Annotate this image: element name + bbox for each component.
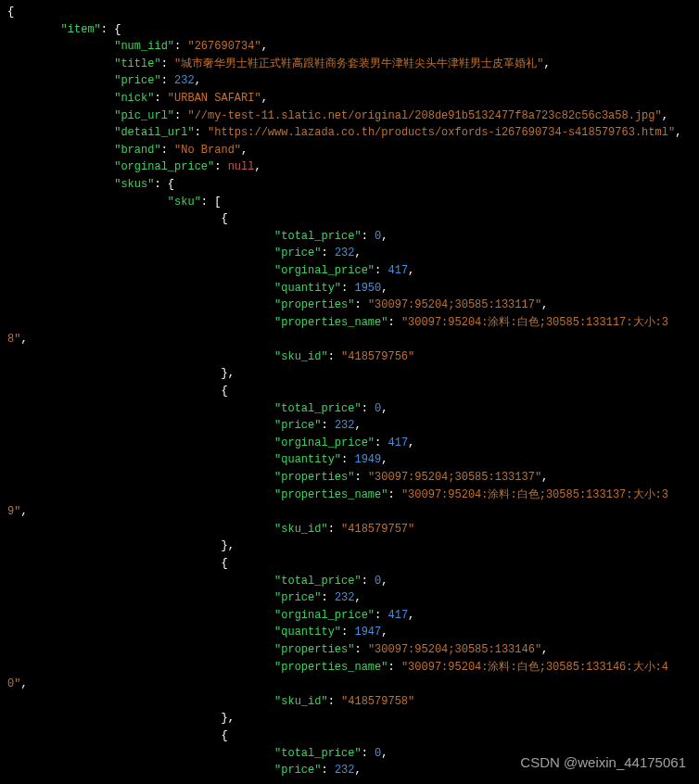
- json-token-brace: {: [221, 729, 227, 742]
- json-token-colon: :: [354, 643, 367, 656]
- json-token-key: "total_price": [274, 747, 362, 760]
- json-token-comma: ,: [20, 333, 27, 346]
- json-token-brace: {: [114, 23, 121, 36]
- json-token-colon: :: [375, 609, 388, 622]
- json-token-comma: ,: [541, 298, 548, 311]
- json-token-colon: :: [161, 74, 174, 87]
- json-token-str: 9": [7, 505, 20, 518]
- json-token-key: "price": [274, 764, 321, 777]
- json-token-key: "orginal_price": [274, 436, 375, 449]
- json-token-colon: :: [362, 230, 375, 243]
- json-line: "orginal_price": 417,: [7, 262, 692, 280]
- json-line: "title": "城市奢华男士鞋正式鞋高跟鞋商务套装男牛津鞋尖头牛津鞋男士皮革…: [7, 56, 692, 73]
- json-token-comma: ,: [354, 591, 361, 604]
- json-line: {: [7, 4, 692, 21]
- json-line: "price": 232,: [7, 589, 692, 607]
- json-line: "sku_id": "418579758": [7, 693, 692, 711]
- json-line: "item": {: [7, 21, 692, 39]
- json-token-str: "30097:95204:涂料:白色;30585:133137:大小:3: [401, 488, 668, 501]
- json-token-colon: :: [321, 247, 334, 259]
- json-token-key: "sku": [168, 196, 201, 209]
- json-token-comma: ,: [195, 74, 201, 87]
- json-token-brace: }: [221, 712, 227, 725]
- json-token-colon: :: [195, 126, 208, 139]
- json-token-str: "267690734": [187, 40, 261, 53]
- json-token-comma: ,: [381, 282, 388, 295]
- json-token-key: "price": [274, 247, 321, 259]
- json-token-colon: :: [375, 264, 388, 277]
- json-token-comma: ,: [662, 109, 668, 122]
- json-token-str: "30097:95204;30585:133137": [368, 471, 541, 484]
- json-token-str: "418579756": [341, 350, 414, 363]
- json-token-colon: :: [161, 57, 174, 70]
- json-token-key: "num_iid": [114, 40, 174, 53]
- json-token-comma: ,: [228, 539, 235, 552]
- json-line: "properties": "30097:95204;30585:133137"…: [7, 469, 692, 487]
- json-token-brace: }: [221, 539, 227, 552]
- json-token-num: 232: [174, 74, 195, 87]
- json-token-comma: ,: [228, 712, 235, 725]
- json-line: "total_price": 0,: [7, 400, 692, 418]
- json-token-num: 232: [335, 247, 355, 259]
- json-token-key: "orginal_price": [274, 264, 375, 277]
- json-token-colon: :: [388, 316, 400, 329]
- json-token-num: 1950: [354, 282, 381, 295]
- json-line: "quantity": 1947,: [7, 624, 692, 641]
- json-token-comma: ,: [381, 747, 388, 760]
- json-line: "sku_id": "418579756": [7, 348, 692, 366]
- json-token-colon: :: [341, 453, 354, 466]
- json-token-key: "properties_name": [274, 488, 388, 501]
- json-token-colon: :: [388, 661, 400, 674]
- json-token-comma: ,: [254, 160, 261, 173]
- json-line: "pic_url": "//my-test-11.slatic.net/orig…: [7, 107, 692, 125]
- json-token-str: "418579757": [341, 523, 414, 536]
- json-token-key: "price": [274, 419, 321, 432]
- json-token-comma: ,: [261, 40, 268, 53]
- json-line: "price": 232,: [7, 417, 692, 435]
- json-line: "detail_url": "https://www.lazada.co.th/…: [7, 124, 692, 142]
- json-token-num: 232: [335, 591, 355, 604]
- json-token-colon: :: [328, 695, 341, 708]
- json-token-key: "properties": [274, 471, 354, 484]
- json-token-brace: {: [7, 6, 14, 19]
- json-token-key: "skus": [114, 178, 154, 191]
- json-line: "properties_name": "30097:95204:涂料:白色;30…: [7, 659, 692, 677]
- json-token-num: 417: [388, 264, 408, 277]
- json-token-key: "total_price": [274, 402, 362, 415]
- json-token-key: "orginal_price": [274, 609, 375, 622]
- json-token-colon: :: [375, 436, 388, 449]
- json-line: "brand": "No Brand",: [7, 142, 692, 159]
- json-line: "skus": {: [7, 176, 692, 194]
- json-token-brace: {: [168, 178, 174, 191]
- json-token-colon: :: [328, 523, 341, 536]
- json-token-str: "URBAN SAFARI": [168, 92, 261, 105]
- json-viewer: { "item": { "num_iid": "267690734", "tit…: [7, 4, 692, 779]
- json-token-str: "30097:95204;30585:133146": [368, 643, 541, 656]
- json-line: "orginal_price": 417,: [7, 435, 692, 452]
- json-line: "quantity": 1950,: [7, 280, 692, 297]
- json-line: {: [7, 727, 692, 745]
- json-token-brace: {: [221, 385, 227, 398]
- json-token-key: "sku_id": [274, 695, 328, 708]
- json-token-str: "30097:95204:涂料:白色;30585:133146:大小:4: [401, 661, 668, 674]
- json-line: {: [7, 555, 692, 573]
- json-token-comma: ,: [381, 626, 388, 639]
- json-token-comma: ,: [261, 92, 268, 105]
- json-token-comma: ,: [228, 367, 235, 380]
- json-token-key: "properties": [274, 643, 354, 656]
- json-token-str: "418579758": [341, 695, 414, 708]
- json-token-bracket: [: [214, 196, 221, 209]
- json-line: "properties": "30097:95204;30585:133146"…: [7, 641, 692, 659]
- json-token-key: "total_price": [274, 230, 362, 243]
- json-line: "properties_name": "30097:95204:涂料:白色;30…: [7, 487, 692, 504]
- json-token-comma: ,: [241, 144, 248, 157]
- json-line: "orginal_price": 417,: [7, 607, 692, 625]
- json-token-comma: ,: [408, 436, 414, 449]
- json-token-comma: ,: [354, 247, 361, 259]
- json-line: "price": 232,: [7, 72, 692, 90]
- json-token-num: 232: [335, 419, 355, 432]
- json-line: {: [7, 210, 692, 228]
- json-token-key: "sku_id": [274, 350, 328, 363]
- json-token-comma: ,: [20, 505, 27, 518]
- json-line: "sku_id": "418579757": [7, 521, 692, 538]
